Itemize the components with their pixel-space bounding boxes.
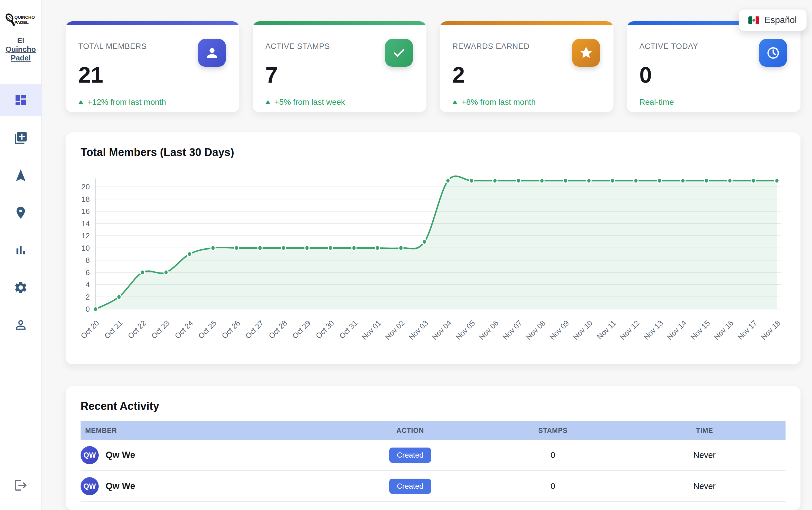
sidebar-item-locations[interactable] bbox=[0, 205, 42, 220]
svg-text:Oct 20: Oct 20 bbox=[81, 319, 101, 340]
stat-card-active-today: ACTIVE TODAY 0 Real-time bbox=[627, 21, 801, 112]
table-row[interactable]: QW Qw We Created 0 Never bbox=[81, 471, 785, 502]
accent-bar bbox=[66, 21, 239, 25]
sidebar-divider bbox=[0, 69, 42, 70]
accent-bar bbox=[253, 21, 427, 25]
sidebar-item-profile[interactable] bbox=[0, 318, 42, 332]
svg-text:Nov 12: Nov 12 bbox=[618, 319, 641, 341]
main-content: TOTAL MEMBERS 21 +12% from last month AC… bbox=[42, 0, 812, 510]
avatar: QW bbox=[81, 446, 99, 464]
table-body: QW Qw We Created 0 Never QW Qw We Create… bbox=[81, 440, 785, 502]
svg-text:10: 10 bbox=[81, 244, 90, 252]
svg-text:PADEL: PADEL bbox=[14, 20, 29, 25]
up-arrow-icon bbox=[265, 100, 270, 104]
svg-text:4: 4 bbox=[86, 280, 90, 289]
sidebar-item-dashboard[interactable] bbox=[0, 84, 42, 116]
sidebar-footer bbox=[0, 460, 41, 510]
clock-icon bbox=[759, 39, 787, 67]
svg-text:Nov 13: Nov 13 bbox=[642, 319, 664, 341]
stat-card-rewards-earned: REWARDS EARNED 2 +8% from last month bbox=[440, 21, 613, 112]
member-icon bbox=[198, 39, 226, 67]
svg-text:Oct 23: Oct 23 bbox=[150, 319, 171, 340]
member-cell: QW Qw We bbox=[81, 477, 338, 495]
svg-text:Nov 07: Nov 07 bbox=[501, 319, 524, 341]
stat-delta: Real-time bbox=[639, 97, 788, 107]
sidebar-item-analytics[interactable] bbox=[0, 243, 42, 257]
svg-text:Oct 24: Oct 24 bbox=[173, 319, 195, 340]
column-header-member: MEMBER bbox=[81, 427, 338, 434]
svg-text:Nov 05: Nov 05 bbox=[454, 319, 476, 341]
accent-bar bbox=[440, 21, 613, 25]
svg-text:0: 0 bbox=[86, 305, 90, 313]
member-cell: QW Qw We bbox=[81, 446, 338, 464]
activity-time: Never bbox=[624, 482, 786, 491]
add-card-icon bbox=[13, 131, 28, 145]
stat-delta: +8% from last month bbox=[452, 97, 601, 107]
stat-card-active-stamps: ACTIVE STAMPS 7 +5% from last week bbox=[253, 21, 427, 112]
column-header-time: TIME bbox=[624, 427, 786, 434]
svg-text:Oct 30: Oct 30 bbox=[314, 319, 336, 340]
member-name: Qw We bbox=[106, 450, 135, 460]
svg-text:2: 2 bbox=[86, 293, 90, 301]
svg-text:Nov 08: Nov 08 bbox=[524, 319, 547, 341]
svg-text:Nov 18: Nov 18 bbox=[759, 319, 782, 341]
chart-title: Total Members (Last 30 Days) bbox=[81, 146, 785, 159]
svg-text:Oct 22: Oct 22 bbox=[126, 319, 148, 340]
bar-chart-icon bbox=[13, 243, 28, 257]
action-cell: Created bbox=[338, 479, 482, 494]
brand-logo: QUINCHO PADEL bbox=[5, 13, 37, 30]
dashboard-icon bbox=[14, 93, 28, 107]
svg-text:Nov 09: Nov 09 bbox=[548, 319, 571, 341]
check-icon bbox=[385, 39, 413, 67]
mexico-flag-icon bbox=[748, 17, 759, 24]
sidebar-item-navigation[interactable] bbox=[0, 168, 42, 182]
sidebar-nav bbox=[0, 84, 41, 355]
svg-text:Oct 29: Oct 29 bbox=[291, 319, 312, 340]
stat-delta: +12% from last month bbox=[78, 97, 227, 107]
svg-text:Nov 04: Nov 04 bbox=[431, 319, 453, 341]
svg-text:Nov 11: Nov 11 bbox=[595, 319, 618, 341]
stamps-count: 0 bbox=[483, 450, 624, 460]
svg-text:Nov 17: Nov 17 bbox=[736, 319, 758, 341]
stats-row: TOTAL MEMBERS 21 +12% from last month AC… bbox=[66, 21, 801, 112]
stat-value: 21 bbox=[78, 64, 227, 86]
svg-text:Oct 27: Oct 27 bbox=[243, 319, 265, 340]
dashboard-page: QUINCHO PADEL El Quincho Padel bbox=[0, 0, 812, 510]
sidebar-item-settings[interactable] bbox=[0, 280, 42, 295]
stat-card-total-members: TOTAL MEMBERS 21 +12% from last month bbox=[66, 21, 239, 112]
star-icon bbox=[572, 39, 600, 67]
table-header: MEMBER ACTION STAMPS TIME bbox=[81, 421, 785, 440]
svg-text:Nov 03: Nov 03 bbox=[407, 319, 430, 341]
svg-text:Nov 15: Nov 15 bbox=[689, 319, 712, 341]
svg-text:Nov 01: Nov 01 bbox=[360, 319, 383, 341]
svg-text:18: 18 bbox=[81, 195, 90, 203]
logout-button[interactable] bbox=[13, 460, 28, 510]
language-selector[interactable]: Español bbox=[738, 9, 807, 31]
svg-text:Nov 06: Nov 06 bbox=[477, 319, 500, 341]
language-label: Español bbox=[764, 15, 797, 25]
svg-text:14: 14 bbox=[81, 219, 90, 228]
up-arrow-icon bbox=[78, 100, 83, 104]
svg-text:16: 16 bbox=[81, 207, 90, 216]
members-line-chart: 02468101214161820Oct 20Oct 21Oct 22Oct 2… bbox=[81, 169, 785, 354]
column-header-stamps: STAMPS bbox=[483, 427, 624, 434]
sidebar-item-add-card[interactable] bbox=[0, 131, 42, 145]
brand-link[interactable]: El Quincho Padel bbox=[2, 36, 39, 62]
svg-text:Oct 25: Oct 25 bbox=[197, 319, 218, 340]
svg-text:Oct 21: Oct 21 bbox=[103, 319, 124, 340]
svg-text:20: 20 bbox=[81, 182, 90, 191]
navigation-arrow-icon bbox=[13, 168, 28, 182]
svg-text:Nov 16: Nov 16 bbox=[712, 319, 735, 341]
person-icon bbox=[13, 318, 28, 332]
members-chart-card: Total Members (Last 30 Days) 02468101214… bbox=[66, 133, 801, 364]
gear-icon bbox=[13, 280, 28, 295]
recent-activity-card: Recent Activity MEMBER ACTION STAMPS TIM… bbox=[66, 386, 801, 510]
activity-title: Recent Activity bbox=[81, 400, 785, 413]
svg-text:8: 8 bbox=[86, 256, 90, 264]
svg-text:Oct 28: Oct 28 bbox=[267, 319, 289, 340]
svg-text:Nov 02: Nov 02 bbox=[383, 319, 406, 341]
table-row[interactable]: QW Qw We Created 0 Never bbox=[81, 440, 785, 471]
action-badge: Created bbox=[389, 479, 431, 494]
stamps-count: 0 bbox=[483, 482, 624, 491]
svg-text:Nov 10: Nov 10 bbox=[572, 319, 594, 341]
